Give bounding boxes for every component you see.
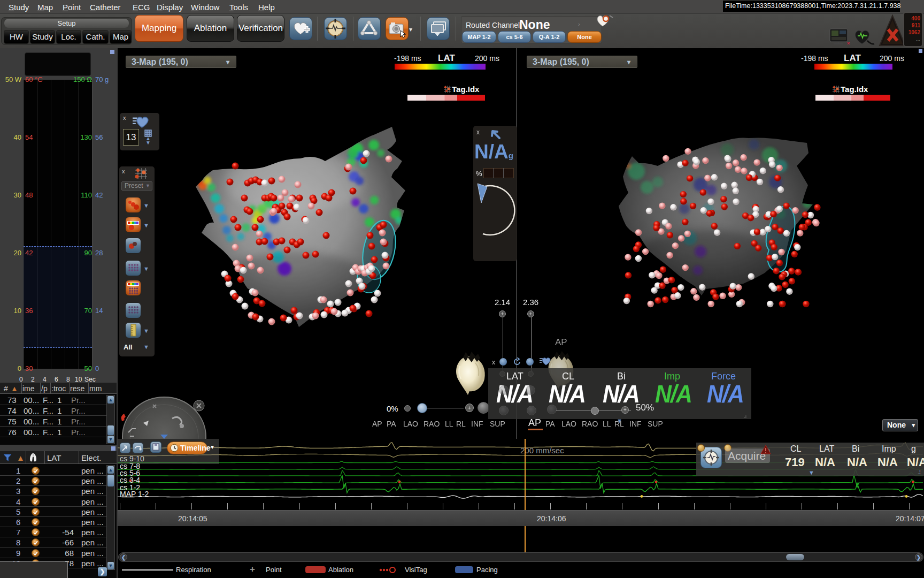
svg-text:×: ×	[847, 41, 850, 46]
